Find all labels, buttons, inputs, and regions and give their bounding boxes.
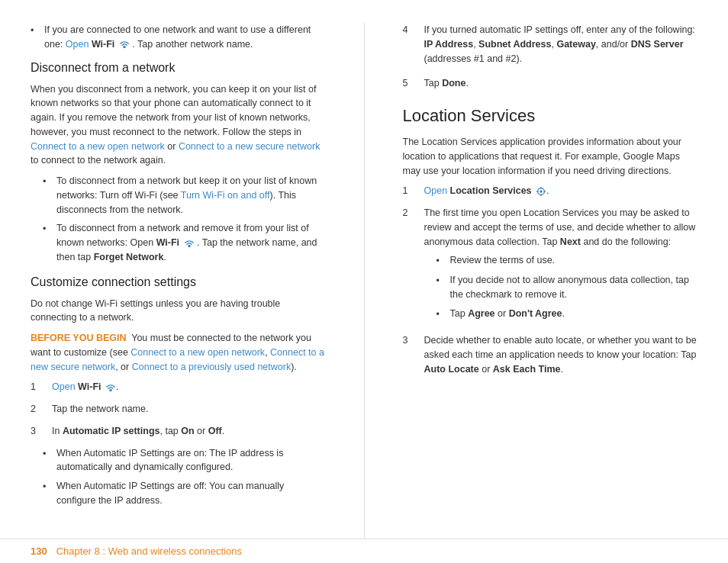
- subbullet-2: • When Automatic IP Settings are off: Yo…: [43, 479, 326, 508]
- right-step-5: 5 Tap Done.: [403, 76, 698, 91]
- loc-step2-subbullets: • Review the terms of use. • If you deci…: [436, 253, 698, 321]
- disconnect-body: When you disconnect from a network, you …: [31, 82, 326, 169]
- subbullet-1: • When Automatic IP Settings are on: The…: [43, 446, 326, 475]
- customize-section: Customize connection settings Do not cha…: [31, 275, 326, 508]
- loc-subbullet-1: • Review the terms of use.: [436, 253, 698, 269]
- intro-bullet: • If you are connected to one network an…: [31, 23, 326, 52]
- disconnect-bullet-1: • To disconnect from a network but keep …: [43, 174, 326, 217]
- svg-point-2: [109, 389, 112, 392]
- right-step-4: 4 If you turned automatic IP settings of…: [403, 23, 698, 66]
- loc-subbullet-3: • Tap Agree or Don't Agree.: [436, 307, 698, 322]
- loc-open-link[interactable]: Open: [424, 185, 448, 196]
- page-container: • If you are connected to one network an…: [0, 0, 728, 563]
- connect-secure-link1[interactable]: Connect to a new secure network: [179, 141, 321, 152]
- wifi-icon-2: [184, 238, 195, 249]
- customize-body: Do not change Wi-Fi settings unless you …: [31, 297, 326, 326]
- disconnect-heading: Disconnect from a network: [31, 61, 326, 75]
- location-body: The Location Services application provid…: [403, 135, 698, 178]
- footer-bar: 130 Chapter 8 : Web and wireless connect…: [0, 539, 728, 563]
- byb-link3[interactable]: Connect to a previously used network: [132, 362, 291, 372]
- location-step-1: 1 Open Location Services .: [403, 184, 698, 198]
- step1-open-link[interactable]: Open: [52, 381, 76, 392]
- wifi-icon: [119, 39, 130, 50]
- step-2: 2 Tap the network name.: [31, 402, 326, 417]
- bullet-dot: •: [31, 24, 41, 38]
- location-step-2: 2 The first time you open Location Servi…: [403, 206, 698, 326]
- loc-subbullet-2: • If you decide not to allow anonymous d…: [436, 273, 698, 302]
- footer-chapter-text: Chapter 8 : Web and wireless connections: [56, 545, 242, 557]
- disconnect-section: Disconnect from a network When you disco…: [31, 61, 326, 265]
- content-area: • If you are connected to one network an…: [0, 0, 728, 539]
- footer-page-number: 130: [31, 545, 47, 557]
- svg-point-1: [188, 244, 191, 247]
- turn-wifi-link[interactable]: Turn Wi-Fi on and off: [181, 190, 270, 201]
- step-3: 3 In Automatic IP settings, tap On or Of…: [31, 424, 326, 439]
- wifi-label: Wi-Fi: [92, 39, 114, 50]
- location-icon: [536, 186, 546, 197]
- intro-bullet-text: If you are connected to one network and …: [44, 23, 326, 52]
- svg-point-4: [540, 190, 543, 193]
- open-wifi-link[interactable]: Open: [66, 39, 89, 50]
- column-divider: [364, 23, 365, 539]
- step-1: 1 Open Wi-Fi .: [31, 380, 326, 394]
- byb-link1[interactable]: Connect to a new open network: [130, 347, 265, 358]
- location-step-3: 3 Decide whether to enable auto locate, …: [403, 333, 698, 376]
- before-you-begin-block: BEFORE YOU BEGIN You must be connected t…: [31, 331, 326, 374]
- left-column: • If you are connected to one network an…: [31, 23, 333, 539]
- location-heading: Location Services: [403, 106, 698, 126]
- disconnect-bullets: • To disconnect from a network but keep …: [43, 174, 326, 265]
- step3-subbullets: • When Automatic IP Settings are on: The…: [43, 446, 326, 508]
- location-section: Location Services The Location Services …: [403, 106, 698, 377]
- before-you-begin-label: BEFORE YOU BEGIN: [31, 333, 126, 343]
- svg-point-0: [123, 46, 126, 49]
- connect-open-link1[interactable]: Connect to a new open network: [31, 141, 165, 152]
- wifi-icon-3: [105, 382, 116, 393]
- right-column: 4 If you turned automatic IP settings of…: [395, 23, 698, 539]
- disconnect-bullet-2: • To disconnect from a network and remov…: [43, 221, 326, 264]
- customize-heading: Customize connection settings: [31, 275, 326, 289]
